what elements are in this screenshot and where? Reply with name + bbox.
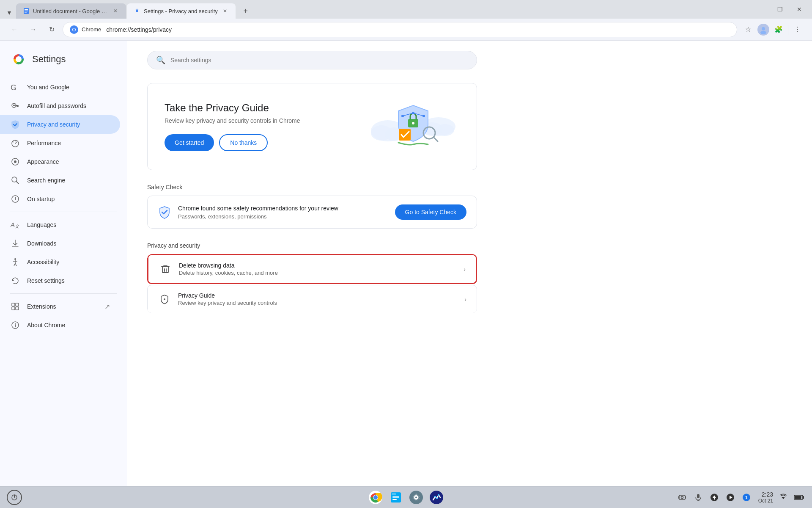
sidebar-item-accessibility[interactable]: Accessibility: [0, 253, 120, 271]
play-btn[interactable]: [724, 491, 737, 504]
extensions-external-link-icon[interactable]: ↗: [104, 303, 110, 311]
svg-rect-68: [392, 496, 399, 497]
tab-favicon-doc: [23, 8, 30, 14]
safety-check-message: Chrome found some safety recommendations…: [178, 205, 338, 212]
get-started-button[interactable]: Get started: [165, 134, 214, 151]
no-thanks-button[interactable]: No thanks: [219, 134, 268, 151]
delete-browsing-title: Delete browsing data: [179, 262, 457, 269]
menu-button[interactable]: ⋮: [790, 22, 805, 37]
delete-browsing-chevron: ›: [464, 266, 466, 273]
google-logo: [10, 51, 27, 68]
tab-2-close[interactable]: ✕: [221, 7, 229, 15]
svg-point-20: [12, 177, 17, 182]
sidebar-item-downloads[interactable]: Downloads: [0, 234, 120, 253]
chrome-icon: [70, 25, 78, 34]
taskbar-files[interactable]: [387, 489, 404, 506]
search-bar[interactable]: 🔍: [147, 51, 477, 69]
svg-rect-96: [795, 496, 801, 499]
safety-check-left: Chrome found some safety recommendations…: [158, 205, 338, 220]
tab-1-close[interactable]: ✕: [112, 7, 119, 15]
window-controls: — ❐ ✕: [751, 3, 809, 16]
sidebar-item-appearance[interactable]: Appearance: [0, 152, 120, 171]
svg-point-60: [164, 298, 165, 300]
svg-point-14: [13, 105, 15, 106]
sidebar-divider-1: [10, 212, 117, 212]
extensions-button[interactable]: 🧩: [771, 22, 786, 37]
svg-rect-35: [16, 303, 19, 306]
tab-1[interactable]: Untitled document - Google Do... ✕: [16, 3, 126, 19]
tab-2[interactable]: Settings - Privacy and security ✕: [127, 3, 236, 19]
privacy-guide-item-text: Privacy Guide Review key privacy and sec…: [178, 292, 458, 306]
power-circle-button[interactable]: [7, 490, 22, 505]
toolbar-actions: ☆ 🧩 ⋮: [741, 22, 805, 37]
toolbar-divider: [788, 25, 788, 35]
safety-check-sub-message: Passwords, extensions, permissions: [178, 213, 338, 220]
sidebar-item-label-autofill: Autofill and passwords: [27, 102, 86, 109]
accessibility-icon: [10, 257, 20, 267]
sidebar-item-reset[interactable]: Reset settings: [0, 271, 120, 290]
svg-text:文: 文: [15, 224, 20, 229]
search-input[interactable]: [170, 57, 468, 64]
svg-rect-34: [12, 303, 15, 306]
svg-point-81: [681, 496, 683, 498]
reset-icon: [10, 276, 20, 286]
forward-button[interactable]: →: [25, 22, 41, 37]
safety-check-info: Chrome found some safety recommendations…: [178, 205, 338, 220]
sidebar-item-startup[interactable]: On startup: [0, 190, 120, 208]
new-tab-button[interactable]: +: [238, 3, 253, 19]
date-time[interactable]: 2:23 Oct 21: [758, 491, 773, 504]
sidebar-item-languages[interactable]: A文 Languages: [0, 215, 120, 234]
back-button[interactable]: ←: [7, 22, 22, 37]
toolbar: ← → ↻ Chrome chrome://settings/privacy ☆…: [0, 19, 812, 41]
screenshot-btn[interactable]: [675, 491, 689, 504]
svg-rect-3: [25, 12, 27, 13]
settings-title: Settings: [32, 54, 66, 65]
sidebar-item-performance[interactable]: Performance: [0, 134, 120, 152]
taskbar: 1 2:23 Oct 21: [0, 486, 812, 508]
sidebar-item-extensions[interactable]: Extensions ↗: [0, 297, 120, 316]
about-icon: [10, 320, 20, 330]
address-bar[interactable]: Chrome chrome://settings/privacy: [63, 22, 737, 37]
sidebar-item-privacy[interactable]: Privacy and security: [0, 115, 120, 134]
svg-rect-70: [392, 499, 397, 500]
privacy-guide-subtitle: Review key privacy and security controls…: [165, 117, 300, 124]
taskbar-settings-app[interactable]: [408, 489, 425, 506]
refresh-button[interactable]: ↻: [44, 22, 59, 37]
upload-btn[interactable]: [708, 491, 721, 504]
sidebar-item-you-google[interactable]: G You and Google: [0, 78, 120, 97]
wifi-icon[interactable]: [778, 492, 788, 502]
tab-dropdown-btn[interactable]: ▼: [3, 7, 15, 19]
sidebar-item-autofill[interactable]: Autofill and passwords: [0, 97, 120, 115]
search-engine-icon: [10, 175, 20, 185]
svg-rect-49: [399, 129, 411, 141]
svg-point-75: [415, 497, 417, 498]
url-text: chrome://settings/privacy: [106, 26, 730, 33]
sidebar-item-search[interactable]: Search engine: [0, 171, 120, 190]
site-name: Chrome: [82, 26, 101, 33]
svg-point-66: [373, 495, 378, 500]
sidebar-item-label-appearance: Appearance: [27, 158, 59, 165]
privacy-guide-item-subtitle: Review key privacy and security controls: [178, 300, 458, 306]
minimize-button[interactable]: —: [751, 3, 770, 16]
notification-btn[interactable]: 1: [740, 491, 753, 504]
taskbar-analytics[interactable]: [428, 489, 445, 506]
privacy-guide-item-icon: [158, 293, 171, 306]
settings-header: Settings: [0, 47, 127, 78]
close-button[interactable]: ✕: [790, 3, 809, 16]
mic-btn[interactable]: [691, 491, 705, 504]
delete-browsing-icon: [159, 262, 172, 276]
maximize-button[interactable]: ❐: [771, 3, 789, 16]
delete-browsing-data-item[interactable]: Delete browsing data Delete history, coo…: [148, 255, 476, 283]
sidebar-item-label-extensions: Extensions: [27, 303, 56, 310]
privacy-guide-illustration: [367, 97, 460, 156]
profile-button[interactable]: [757, 24, 769, 36]
sidebar-item-about[interactable]: About Chrome: [0, 316, 120, 334]
bookmark-button[interactable]: ☆: [741, 22, 756, 37]
taskbar-chrome[interactable]: [367, 489, 384, 506]
go-to-safety-check-button[interactable]: Go to Safety Check: [395, 204, 466, 220]
sidebar-item-label-you-google: You and Google: [27, 84, 69, 91]
svg-rect-2: [25, 11, 28, 11]
privacy-guide-item[interactable]: Privacy Guide Review key privacy and sec…: [147, 285, 477, 313]
taskbar-center: [367, 489, 445, 506]
svg-point-11: [16, 56, 22, 62]
